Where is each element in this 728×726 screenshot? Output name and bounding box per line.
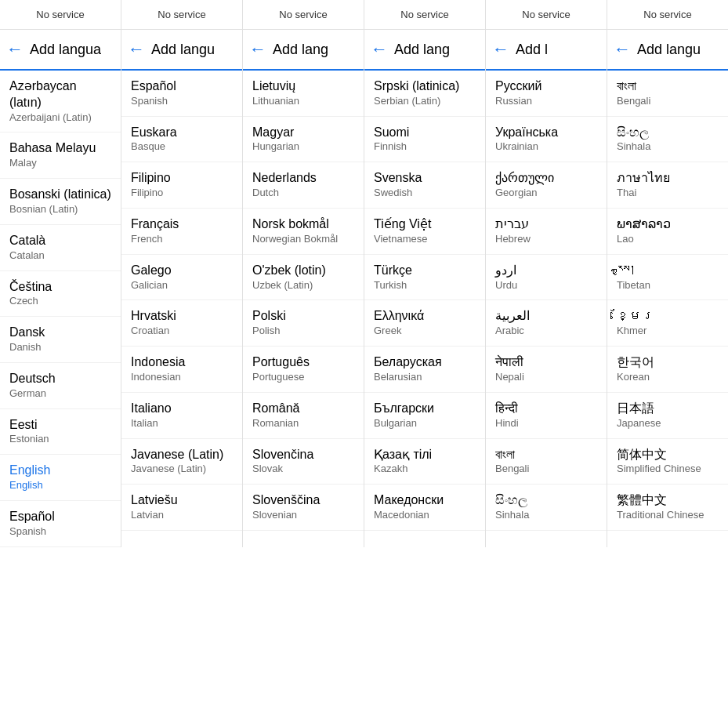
lang-item-5-7[interactable]: 日本語Japanese: [607, 393, 728, 439]
lang-item-0-3[interactable]: CatalàCatalan: [0, 225, 121, 271]
lang-item-1-0[interactable]: EspañolSpanish: [121, 71, 242, 117]
lang-english-2-1: Hungarian: [252, 140, 354, 154]
lang-native-1-7: Italiano: [131, 401, 233, 417]
lang-item-1-2[interactable]: FilipinoFilipino: [121, 162, 242, 209]
lang-item-0-5[interactable]: DanskDanish: [0, 317, 121, 363]
lang-item-2-8[interactable]: SlovenčinaSlovak: [243, 439, 364, 485]
lang-native-4-8: বাংলা: [495, 447, 597, 463]
lang-item-1-4[interactable]: GalegoGalician: [121, 255, 242, 301]
lang-item-0-4[interactable]: ČeštinaCzech: [0, 271, 121, 318]
back-arrow-1[interactable]: ←: [128, 39, 145, 60]
lang-english-2-8: Slovak: [252, 463, 354, 476]
lang-english-3-7: Bulgarian: [374, 417, 476, 430]
lang-item-4-5[interactable]: العربيةArabic: [486, 300, 607, 347]
header-title-5: Add langu: [637, 42, 701, 58]
lang-item-1-3[interactable]: FrançaisFrench: [121, 209, 242, 255]
lang-item-5-2[interactable]: ภาษาไทยThai: [607, 162, 728, 209]
lang-english-1-9: Latvian: [131, 509, 233, 522]
lang-english-1-4: Galician: [131, 279, 233, 292]
lang-item-3-9[interactable]: МакедонскиMacedonian: [364, 485, 485, 531]
lang-native-3-5: Ελληνικά: [374, 308, 476, 325]
lang-native-2-4: O'zbek (lotin): [252, 263, 354, 279]
lang-item-4-1[interactable]: УкраїнськаUkrainian: [486, 117, 607, 163]
lang-item-2-6[interactable]: PortuguêsPortuguese: [243, 347, 364, 393]
back-arrow-2[interactable]: ←: [249, 39, 266, 60]
lang-item-0-2[interactable]: Bosanski (latinica)Bosnian (Latin): [0, 179, 121, 225]
lang-item-4-6[interactable]: नेपालीNepali: [486, 347, 607, 393]
lang-item-5-4[interactable]: རྒྱས།Tibetan: [607, 255, 728, 301]
lang-item-0-1[interactable]: Bahasa MelayuMalay: [0, 132, 121, 179]
lang-english-3-9: Macedonian: [374, 509, 476, 522]
lang-item-3-0[interactable]: Srpski (latinica)Serbian (Latin): [364, 71, 485, 117]
lang-english-5-9: Traditional Chinese: [617, 509, 719, 522]
lang-item-5-3[interactable]: ພາສາລາວLao: [607, 209, 728, 255]
back-arrow-4[interactable]: ←: [492, 39, 509, 60]
lang-item-2-7[interactable]: RomânăRomanian: [243, 393, 364, 439]
lang-native-2-1: Magyar: [252, 125, 354, 141]
lang-item-2-3[interactable]: Norsk bokmålNorwegian Bokmål: [243, 209, 364, 255]
lang-item-1-9[interactable]: LatviešuLatvian: [121, 485, 242, 531]
lang-item-2-2[interactable]: NederlandsDutch: [243, 162, 364, 209]
lang-item-5-0[interactable]: বাংলাBengali: [607, 71, 728, 117]
lang-english-2-3: Norwegian Bokmål: [252, 233, 354, 246]
lang-item-4-9[interactable]: සිංහලSinhala: [486, 485, 607, 531]
lang-english-1-2: Filipino: [131, 187, 233, 200]
lang-item-4-4[interactable]: اردوUrdu: [486, 255, 607, 301]
lang-native-4-9: සිංහල: [495, 492, 597, 509]
lang-english-0-0: Azerbaijani (Latin): [9, 111, 111, 125]
lang-native-2-7: Română: [252, 401, 354, 417]
lang-native-1-1: Euskara: [131, 125, 233, 141]
lang-item-3-8[interactable]: Қазақ тіліKazakh: [364, 439, 485, 485]
lang-item-4-0[interactable]: РусскийRussian: [486, 71, 607, 117]
lang-item-5-8[interactable]: 简体中文Simplified Chinese: [607, 439, 728, 485]
lang-english-4-7: Hindi: [495, 417, 597, 430]
lang-english-3-8: Kazakh: [374, 463, 476, 476]
lang-item-1-7[interactable]: ItalianoItalian: [121, 393, 242, 439]
lang-item-1-8[interactable]: Javanese (Latin)Javanese (Latin): [121, 439, 242, 485]
lang-english-0-7: Estonian: [9, 433, 111, 446]
back-arrow-3[interactable]: ←: [371, 39, 388, 60]
lang-item-3-3[interactable]: Tiếng ViệtVietnamese: [364, 209, 485, 255]
lang-item-2-0[interactable]: LietuviųLithuanian: [243, 71, 364, 117]
lang-native-3-3: Tiếng Việt: [374, 216, 476, 233]
back-arrow-5[interactable]: ←: [614, 39, 631, 60]
lang-native-5-5: ខ្មែរ: [617, 308, 719, 325]
lang-english-3-4: Turkish: [374, 279, 476, 292]
lang-native-1-4: Galego: [131, 263, 233, 279]
panel-5: ←Add languবাংলাBengaliසිංහලSinhalaภาษาไท…: [607, 30, 728, 547]
back-arrow-0[interactable]: ←: [6, 39, 24, 60]
lang-native-5-2: ภาษาไทย: [617, 170, 719, 187]
lang-item-3-7[interactable]: БългарскиBulgarian: [364, 393, 485, 439]
lang-item-1-6[interactable]: IndonesiaIndonesian: [121, 347, 242, 393]
lang-item-5-1[interactable]: සිංහලSinhala: [607, 117, 728, 163]
lang-item-3-5[interactable]: ΕλληνικάGreek: [364, 300, 485, 347]
lang-item-3-1[interactable]: SuomiFinnish: [364, 117, 485, 163]
lang-item-0-9[interactable]: EspañolSpanish: [0, 501, 121, 547]
lang-item-3-6[interactable]: БеларускаяBelarusian: [364, 347, 485, 393]
lang-native-3-6: Беларуская: [374, 354, 476, 371]
lang-item-2-9[interactable]: SlovenščinaSlovenian: [243, 485, 364, 531]
lang-item-2-5[interactable]: PolskiPolish: [243, 300, 364, 347]
lang-item-1-1[interactable]: EuskaraBasque: [121, 117, 242, 163]
lang-list-4: РусскийRussianУкраїнськаUkrainianქართული…: [486, 71, 607, 531]
panel-header-1: ←Add langu: [121, 30, 242, 71]
lang-item-4-2[interactable]: ქართულიGeorgian: [486, 162, 607, 209]
lang-item-4-8[interactable]: বাংলাBengali: [486, 439, 607, 485]
lang-native-3-7: Български: [374, 401, 476, 417]
lang-item-5-9[interactable]: 繁體中文Traditional Chinese: [607, 485, 728, 531]
lang-item-0-7[interactable]: EestiEstonian: [0, 409, 121, 456]
lang-item-0-0[interactable]: Azərbaycan (latın)Azerbaijani (Latin): [0, 71, 121, 132]
lang-native-4-2: ქართული: [495, 170, 597, 187]
lang-item-3-2[interactable]: SvenskaSwedish: [364, 162, 485, 209]
lang-item-1-5[interactable]: HrvatskiCroatian: [121, 300, 242, 347]
lang-item-0-8[interactable]: EnglishEnglish: [0, 455, 121, 501]
lang-item-2-4[interactable]: O'zbek (lotin)Uzbek (Latin): [243, 255, 364, 301]
lang-item-4-7[interactable]: हिन्दीHindi: [486, 393, 607, 439]
lang-item-0-6[interactable]: DeutschGerman: [0, 363, 121, 409]
lang-item-3-4[interactable]: TürkçeTurkish: [364, 255, 485, 301]
lang-item-5-6[interactable]: 한국어Korean: [607, 347, 728, 393]
lang-item-5-5[interactable]: ខ្មែរKhmer: [607, 300, 728, 347]
lang-item-2-1[interactable]: MagyarHungarian: [243, 117, 364, 163]
header-title-4: Add l: [516, 42, 548, 58]
lang-item-4-3[interactable]: עבריתHebrew: [486, 209, 607, 255]
